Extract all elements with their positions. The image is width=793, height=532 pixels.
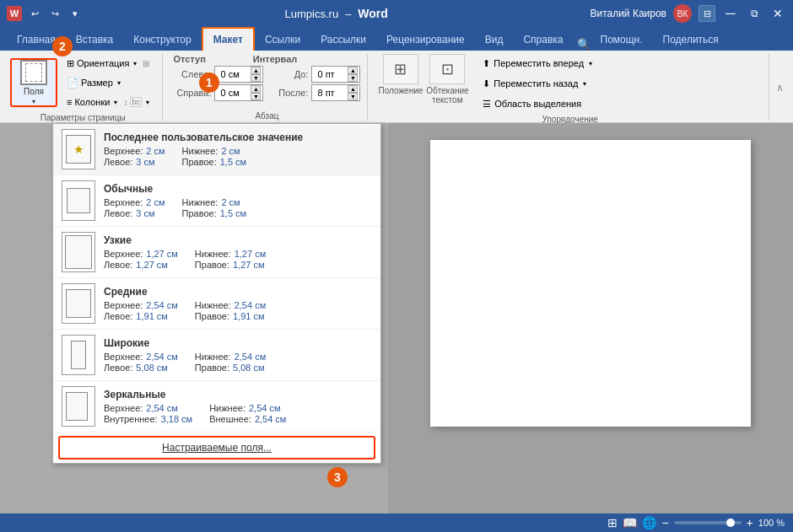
left-down[interactable]: ▼ <box>251 74 261 82</box>
move-selection-group: ⬆ Переместить вперед ▾ ⬇ Переместить наз… <box>475 54 610 113</box>
margin-title-narrow: Узкие <box>104 234 372 246</box>
tab-review[interactable]: Рецензирование <box>376 29 475 51</box>
zoom-slider[interactable] <box>674 521 742 524</box>
move-forward-icon: ⬆ <box>483 58 490 69</box>
tab-insert[interactable]: Вставка <box>66 29 124 51</box>
main-area: ★ Последнее пользовательское значение Ве… <box>0 123 793 532</box>
web-view-icon[interactable]: 🌐 <box>642 516 656 529</box>
right-up[interactable]: ▲ <box>251 85 261 93</box>
star-icon: ★ <box>73 142 84 156</box>
move-back-button[interactable]: ⬇ Переместить назад ▾ <box>475 74 610 93</box>
margin-item-wide[interactable]: Широкие Верхнее: 2,54 см Левое: 5,08 см <box>53 330 380 381</box>
right-spinner[interactable]: ▲ ▼ <box>251 85 261 100</box>
custom-fields-button[interactable]: Настраиваемые поля... <box>58 436 375 459</box>
minimize-button[interactable]: ─ <box>722 5 739 22</box>
title-center: Lumpics.ru – Word <box>285 7 388 20</box>
margin-item-last[interactable]: ★ Последнее пользовательское значение Ве… <box>53 124 380 175</box>
before-input[interactable]: 0 пт ▲ ▼ <box>311 66 360 83</box>
right-down[interactable]: ▼ <box>251 93 261 100</box>
read-view-icon[interactable]: 📖 <box>623 516 637 529</box>
badge-2: 2 <box>52 36 73 56</box>
tab-designer[interactable]: Конструктор <box>123 29 201 51</box>
username-label: Виталий Каиров <box>590 8 666 19</box>
wrap-btn-group: ⊡ Обтекание текстом <box>426 54 468 105</box>
orientation-button[interactable]: ⊞ Ориентация ▾ ⊞ <box>61 54 155 73</box>
margin-info-narrow: Узкие Верхнее: 1,27 см Левое: 1,27 см <box>104 234 372 270</box>
margin-title-medium: Средние <box>104 286 372 298</box>
before-field-row: До: 0 пт ▲ ▼ <box>270 66 360 83</box>
tab-view[interactable]: Вид <box>475 29 514 51</box>
qat-customize-button[interactable]: ▾ <box>67 6 83 21</box>
filename-label: Lumpics.ru <box>285 8 339 20</box>
left-up[interactable]: ▲ <box>251 67 261 74</box>
tab-share[interactable]: Поделиться <box>653 29 729 51</box>
position-wrap-group: ⊞ Положение ⊡ Обтекание текстом <box>378 54 468 113</box>
margin-preview-normal <box>62 180 95 221</box>
before-spinner[interactable]: ▲ ▼ <box>348 67 358 82</box>
indent-header: Отступ Интервал <box>173 54 297 64</box>
ribbon-collapse-button[interactable]: ∧ <box>773 54 786 121</box>
after-input[interactable]: 8 пт ▲ ▼ <box>311 84 360 101</box>
tab-helper[interactable]: Помощн. <box>591 29 653 51</box>
restore-button[interactable]: ⧉ <box>746 5 763 22</box>
move-forward-arrow: ▾ <box>589 60 592 67</box>
position-icon: ⊞ <box>394 60 407 78</box>
margin-info-wide: Широкие Верхнее: 2,54 см Левое: 5,08 см <box>104 337 372 373</box>
after-spinner[interactable]: ▲ ▼ <box>348 85 358 100</box>
document-page <box>430 140 751 427</box>
layout-view-icon[interactable]: ⊞ <box>607 516 618 529</box>
wrap-text-button[interactable]: ⊡ <box>429 54 465 84</box>
margin-preview-mirror <box>62 386 95 427</box>
right-entry: Правое: 1,5 см <box>182 157 247 167</box>
margin-item-normal[interactable]: Обычные Верхнее: 2 см Левое: 3 см <box>53 175 380 227</box>
margin-info-mirror: Зеркальные Верхнее: 2,54 см Внутреннее: … <box>104 389 372 424</box>
title-bar-right: Виталий Каиров ВК ⊟ ─ ⧉ ✕ <box>590 4 786 23</box>
margin-title-normal: Обычные <box>104 183 372 195</box>
orientation-icon: ⊞ <box>67 58 74 69</box>
tab-mailings[interactable]: Рассылки <box>310 29 376 51</box>
avatar[interactable]: ВК <box>673 4 692 23</box>
after-down[interactable]: ▼ <box>348 93 358 100</box>
selection-icon: ☰ <box>483 99 491 110</box>
position-button[interactable]: ⊞ <box>383 54 418 84</box>
size-button[interactable]: 📄 Размер ▾ <box>61 73 155 92</box>
left-spinner[interactable]: ▲ ▼ <box>251 67 261 82</box>
before-up[interactable]: ▲ <box>348 67 358 74</box>
before-down[interactable]: ▼ <box>348 74 358 82</box>
position-btn-group: ⊞ Положение <box>378 54 423 105</box>
left-input[interactable]: 0 см ▲ ▼ <box>214 66 263 83</box>
undo-button[interactable]: ↩ <box>27 6 42 21</box>
fields-button[interactable]: Поля ▾ <box>10 58 57 107</box>
after-up[interactable]: ▲ <box>348 85 358 93</box>
margin-preview-medium <box>62 283 95 324</box>
ribbon-toggle-button[interactable]: ⊟ <box>699 5 715 22</box>
fields-icon <box>20 60 47 85</box>
selection-area-button[interactable]: ☰ Область выделения <box>475 94 610 113</box>
tab-references[interactable]: Ссылки <box>255 29 310 51</box>
close-button[interactable]: ✕ <box>769 5 786 22</box>
tab-layout[interactable]: Макет <box>202 27 255 51</box>
redo-button[interactable]: ↪ <box>47 6 62 21</box>
margin-dropdown: ★ Последнее пользовательское значение Ве… <box>52 123 381 464</box>
margin-item-narrow[interactable]: Узкие Верхнее: 1,27 см Левое: 1,27 см <box>53 227 380 278</box>
zoom-plus-button[interactable]: + <box>747 516 753 529</box>
columns-icon: ≡ <box>67 97 72 107</box>
tab-help[interactable]: Справка <box>513 29 573 51</box>
ribbon-group-page-setup: Поля ▾ ⊞ Ориентация ▾ ⊞ 📄 Размер ▾ ≡ Кол… <box>7 54 163 121</box>
move-forward-button[interactable]: ⬆ Переместить вперед ▾ <box>475 54 610 73</box>
ribbon-group-indent: Отступ Интервал Слева: 0 см ▲ ▼ Справа: <box>166 54 368 121</box>
margin-preview-narrow <box>62 232 95 272</box>
right-input[interactable]: 0 см ▲ ▼ <box>214 84 263 101</box>
app-name: Word <box>358 7 388 20</box>
fields-label: Поля <box>24 87 44 96</box>
zoom-minus-button[interactable]: − <box>661 516 668 529</box>
page-setup-right: ⊞ Ориентация ▾ ⊞ 📄 Размер ▾ ≡ Колонки ▾ … <box>61 54 155 111</box>
margin-item-mirror[interactable]: Зеркальные Верхнее: 2,54 см Внутреннее: … <box>53 381 380 433</box>
margin-item-medium[interactable]: Средние Верхнее: 2,54 см Левое: 1,91 см <box>53 278 380 330</box>
margin-row-mirror: Верхнее: 2,54 см Внутреннее: 3,18 см Ниж… <box>104 403 372 424</box>
move-back-icon: ⬇ <box>483 78 490 89</box>
margin-info-normal: Обычные Верхнее: 2 см Левое: 3 см <box>104 183 372 218</box>
zoom-thumb <box>726 519 735 527</box>
word-icon: W <box>7 6 22 21</box>
columns-button[interactable]: ≡ Колонки ▾ ↕ bс ▾ <box>61 93 155 111</box>
